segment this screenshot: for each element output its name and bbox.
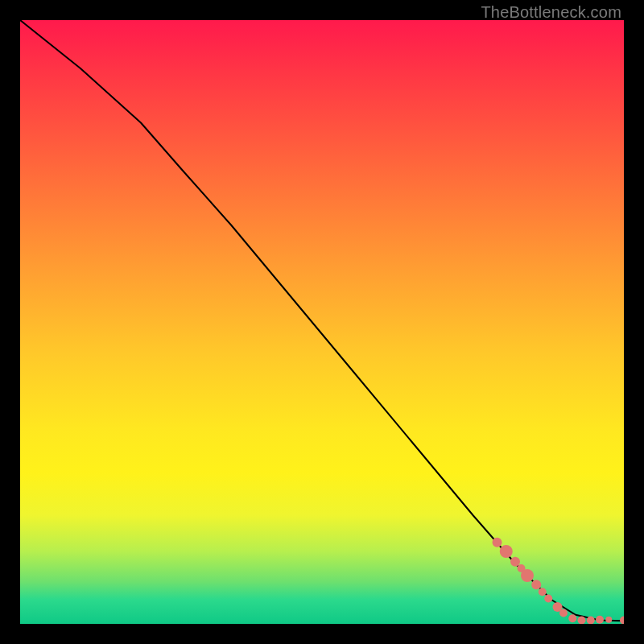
data-curve [20,20,624,621]
scatter-point [500,545,513,558]
scatter-point [521,569,534,582]
scatter-point [531,580,541,589]
chart-stage: TheBottleneck.com [0,0,644,644]
scatter-point [605,617,612,623]
watermark-text: TheBottleneck.com [481,3,621,22]
scatter-point [539,588,547,596]
scatter-point [596,616,604,624]
chart-overlay [20,20,624,624]
scatter-point [510,557,520,567]
scatter-group [493,538,625,624]
scatter-point [544,595,552,603]
scatter-point [620,617,624,625]
scatter-point [559,609,568,617]
plot-area [20,20,624,624]
scatter-point [493,538,502,547]
scatter-point [568,614,576,622]
